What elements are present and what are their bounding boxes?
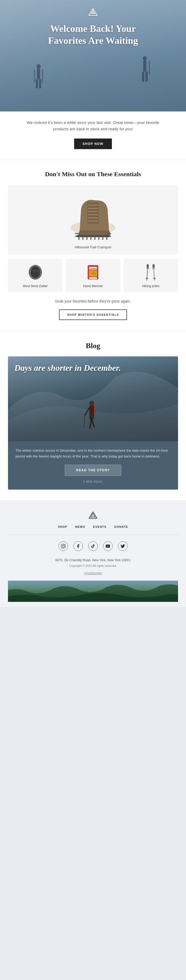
- blog-image-area: Days are shorter in December.: [8, 356, 178, 441]
- handwarmer-name: Hand Warmer: [68, 284, 117, 288]
- svg-point-51: [153, 278, 156, 279]
- hiker-left-silhouette: [32, 64, 45, 95]
- blog-section: Blog Days are shorter in December.: [0, 331, 186, 500]
- read-story-button[interactable]: READ THE STORY: [65, 465, 121, 476]
- footer-nav-shop[interactable]: SHOP: [58, 525, 67, 528]
- footer-landscape-image: [8, 581, 178, 602]
- footer-section: SHOP NEWS EVENTS DONATE: [0, 500, 186, 607]
- poles-name: Hiking poles: [126, 284, 175, 288]
- footer-nav-donate[interactable]: DONATE: [114, 525, 128, 528]
- svg-point-53: [153, 272, 154, 273]
- svg-rect-33: [77, 235, 109, 237]
- unsubscribe-link[interactable]: Unsubscribe: [84, 571, 102, 575]
- svg-rect-2: [36, 79, 38, 88]
- svg-point-64: [64, 545, 64, 545]
- shop-now-button[interactable]: SHOP NOW: [74, 138, 112, 149]
- footer-trees-svg: [8, 581, 178, 602]
- gaiter-image: [26, 263, 45, 282]
- product-card-handwarmer: GRABBER HAND WARMER Hand Warmer: [66, 259, 120, 292]
- footer-nav-events[interactable]: EVENTS: [93, 525, 106, 528]
- svg-point-55: [89, 401, 94, 406]
- hiker-right-silhouette: [138, 56, 151, 90]
- youtube-icon[interactable]: [103, 541, 113, 551]
- shop-essentials-button[interactable]: SHOP WINTER'S ESSENTIALS: [59, 309, 127, 320]
- footer-nav: SHOP NEWS EVENTS DONATE: [8, 525, 178, 528]
- hero-title: Welcome Back! Your Favorites Are Waiting: [40, 23, 146, 47]
- footer-nav-news[interactable]: NEWS: [75, 525, 85, 528]
- blog-min-read: 3 MIN READ: [15, 480, 171, 483]
- svg-line-56: [85, 408, 89, 415]
- footer-address: 6075, De Chambly Road, New York, New Yor…: [8, 558, 178, 562]
- small-products-grid: Wool Neck Gaiter GRABBER HAND WARMER Han…: [8, 259, 178, 292]
- svg-rect-31: [107, 233, 111, 234]
- svg-text:HAND: HAND: [91, 272, 95, 273]
- svg-line-59: [92, 419, 94, 427]
- handwarmer-image: GRABBER HAND WARMER: [84, 263, 102, 282]
- twitter-icon[interactable]: [118, 541, 128, 551]
- svg-rect-3: [39, 79, 41, 88]
- blog-card-text: The winter solstice occurs in December, …: [15, 448, 171, 459]
- svg-rect-7: [143, 60, 146, 72]
- svg-rect-9: [145, 72, 148, 82]
- svg-rect-10: [149, 60, 150, 75]
- svg-point-52: [148, 272, 149, 273]
- gaiter-name: Wool Neck Gaiter: [11, 284, 60, 288]
- essentials-section: Don't Miss Out on These Essentials: [0, 160, 186, 331]
- product-card-poles: Hiking poles: [123, 259, 178, 292]
- essentials-cta-text: Grab your favorites before they're gone …: [8, 299, 178, 304]
- tiktok-icon[interactable]: [88, 541, 98, 551]
- hero-logo: [87, 8, 99, 18]
- blog-card-body: The winter solstice occurs in December, …: [8, 441, 178, 490]
- poles-image: [141, 263, 160, 282]
- product-card-gaiter: Wool Neck Gaiter: [8, 259, 63, 292]
- svg-point-6: [143, 56, 147, 60]
- svg-rect-43: [89, 277, 97, 279]
- svg-line-57: [84, 415, 85, 428]
- svg-rect-14: [87, 202, 99, 224]
- svg-rect-8: [142, 72, 144, 82]
- footer-copyright: Copyright © 2022 All rights reserved.: [8, 564, 178, 567]
- svg-point-50: [145, 278, 149, 279]
- footer-logo: [8, 511, 178, 521]
- hero-body-text: We noticed it's been a while since your …: [21, 119, 165, 132]
- main-product-name: Hillsound Trail Crampon: [13, 245, 173, 249]
- main-product-card: Hillsound Trail Crampon: [8, 185, 178, 255]
- hero-section: Welcome Back! Your Favorites Are Waiting: [0, 0, 186, 111]
- essentials-title: Don't Miss Out on These Essentials: [8, 171, 178, 178]
- facebook-icon[interactable]: [73, 541, 83, 551]
- svg-rect-62: [61, 544, 65, 548]
- climber-silhouette: [82, 399, 104, 431]
- svg-point-0: [37, 64, 41, 68]
- svg-rect-29: [75, 233, 79, 234]
- social-icons-row: [8, 541, 178, 551]
- instagram-icon[interactable]: [58, 541, 68, 551]
- blog-card: Days are shorter in December. The winter…: [8, 356, 178, 490]
- svg-text:WARMER: WARMER: [90, 273, 96, 275]
- svg-text:GRABBER: GRABBER: [89, 268, 97, 269]
- svg-rect-4: [34, 70, 35, 83]
- svg-rect-5: [42, 69, 43, 84]
- blog-card-title: Days are shorter in December.: [14, 363, 172, 373]
- blog-section-title: Blog: [8, 342, 178, 350]
- hero-bottom: We noticed it's been a while since your …: [0, 111, 186, 160]
- crampon-boot-image: [64, 193, 122, 241]
- svg-rect-1: [37, 68, 40, 79]
- svg-point-63: [62, 545, 64, 547]
